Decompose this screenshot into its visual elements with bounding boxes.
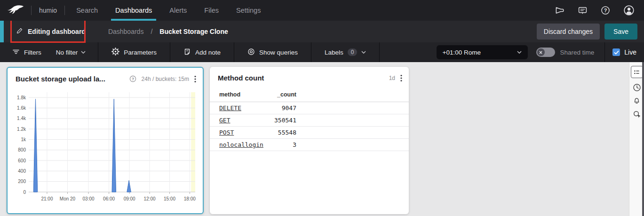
panel-list-icon[interactable] [631,66,643,78]
filters-label: Filters [24,49,41,56]
pencil-icon [16,27,23,36]
search-pointer-icon[interactable] [633,110,641,119]
show-queries-label: Show queries [259,49,298,56]
widget-help-icon[interactable]: ? [129,75,136,82]
svg-text:06:00: 06:00 [103,196,115,201]
checkmark-icon [613,49,620,56]
chart-time-window: 24h / buckets: 15m [142,76,189,82]
nav-item-search[interactable]: Search [76,0,98,21]
add-note-label: Add note [195,49,221,56]
nav-item-alerts[interactable]: Alerts [169,0,187,21]
labels-label: Labels [325,49,343,56]
time-chart[interactable]: 02004006008001k1.2k1.4k1.6k1.8k21:00Mon … [10,88,200,203]
timezone-select[interactable]: +01:00 Rome [437,45,528,59]
chevron-down-icon [361,51,366,54]
dashboard-toolbar: Filters No filter Pa [0,42,644,62]
live-label: Live [624,48,636,56]
table-row: DELETE9047 [210,102,409,114]
discard-changes-button[interactable]: Discard changes [537,24,600,40]
table-widget-title: Method count [218,74,264,82]
svg-text:1.2k: 1.2k [17,127,26,132]
breadcrumb-dashboards-link[interactable]: Dashboards [108,28,144,35]
svg-text:1.4k: 1.4k [17,116,26,121]
method-link[interactable]: nolocallogin [210,141,274,148]
queries-target-icon [247,48,255,57]
count-value: 3 [274,141,296,148]
svg-text:21:00: 21:00 [41,196,53,201]
kebab-menu-icon[interactable] [400,74,402,82]
chevron-down-icon [517,51,522,54]
breadcrumb-separator: / [151,28,152,35]
table-row: GET350541 [210,114,409,127]
filters-group: Filters No filter [0,42,98,62]
count-value: 55548 [274,129,296,136]
method-link[interactable]: DELETE [210,104,274,112]
method-table-rows: DELETE9047GET350541POST55548nolocallogin… [210,102,409,151]
parameters-label: Parameters [124,49,157,56]
method-link[interactable]: POST [210,129,274,136]
svg-text:12:00: 12:00 [143,196,155,201]
nav-divider [64,6,65,15]
help-icon[interactable]: ? [601,6,610,15]
top-navigation-bar: humio Search Dashboards Alerts Files Set… [0,0,644,21]
bell-icon[interactable] [633,97,641,105]
parameters-button[interactable]: Parameters [98,42,170,62]
nav-item-dashboards[interactable]: Dashboards [115,0,152,21]
editing-dashboard-indicator: Editing dashboard [16,27,86,36]
announcements-megaphone-icon[interactable] [554,6,564,15]
shared-time-label: Shared time [560,49,595,56]
user-avatar-icon[interactable] [623,5,635,16]
kebab-menu-icon[interactable] [194,75,196,83]
svg-text:03:00: 03:00 [83,196,95,201]
table-row: POST55548 [210,127,409,139]
svg-text:09:00: 09:00 [124,196,135,201]
count-value: 9047 [274,104,296,112]
bucket-storage-chart-widget[interactable]: Bucket storage upload la... ? 24h / buck… [7,67,204,214]
table-widget-header-actions: 1d [389,74,402,82]
brand-name: humio [39,7,57,14]
table-row: nolocallogin3 [210,139,409,151]
svg-text:18:00: 18:00 [184,196,196,201]
method-link[interactable]: GET [210,117,274,124]
svg-text:200: 200 [18,179,26,184]
live-checkbox[interactable] [612,48,620,56]
show-queries-button[interactable]: Show queries [234,42,311,62]
crowdstrike-falcon-logo-icon[interactable] [7,4,24,16]
add-note-button[interactable]: Add note [170,42,234,62]
svg-text:600: 600 [18,158,26,163]
edit-mode-accent-stripe [0,21,4,42]
save-button[interactable]: Save [604,24,637,40]
nav-divider [31,6,32,15]
edit-actions: Discard changes Save [537,24,637,40]
dashboard-edit-bar: Editing dashboard Dashboards / Bucket St… [0,21,644,42]
editing-dashboard-label: Editing dashboard [28,28,86,35]
filter-select[interactable]: No filter [56,49,86,56]
filter-select-value: No filter [56,49,78,56]
nav-item-settings[interactable]: Settings [236,0,261,21]
svg-text:1.6k: 1.6k [17,105,26,111]
method-count-widget[interactable]: Method count 1d method _count DELETE9047… [210,67,409,214]
shared-time-toggle[interactable] [536,48,555,57]
toolbar-divider [379,42,380,62]
table-header-row: method _count [210,88,409,102]
count-value: 350541 [274,117,296,124]
feedback-chat-icon[interactable] [578,6,588,15]
app-window: humio Search Dashboards Alerts Files Set… [0,0,644,216]
chart-widget-header: Bucket storage upload la... ? 24h / buck… [8,68,203,84]
svg-text:1k: 1k [21,137,26,142]
column-header-count: _count [274,91,296,98]
svg-text:?: ? [604,8,607,13]
filter-icon [12,48,20,57]
svg-text:0: 0 [23,190,26,195]
svg-text:800: 800 [18,147,26,152]
chart-widget-title: Bucket storage upload la... [16,75,105,83]
live-toggle-group: Live [605,42,644,62]
scrollbar[interactable] [642,62,644,216]
toolbar-right-group: +01:00 Rome Shared time Live [437,42,644,62]
main-nav: Search Dashboards Alerts Files Settings [76,0,278,21]
labels-dropdown[interactable]: Labels 0 [311,42,379,62]
nav-item-files[interactable]: Files [204,0,219,21]
history-clock-icon[interactable] [633,83,641,92]
svg-text:1.8k: 1.8k [17,95,26,100]
chevron-down-icon [81,51,86,54]
